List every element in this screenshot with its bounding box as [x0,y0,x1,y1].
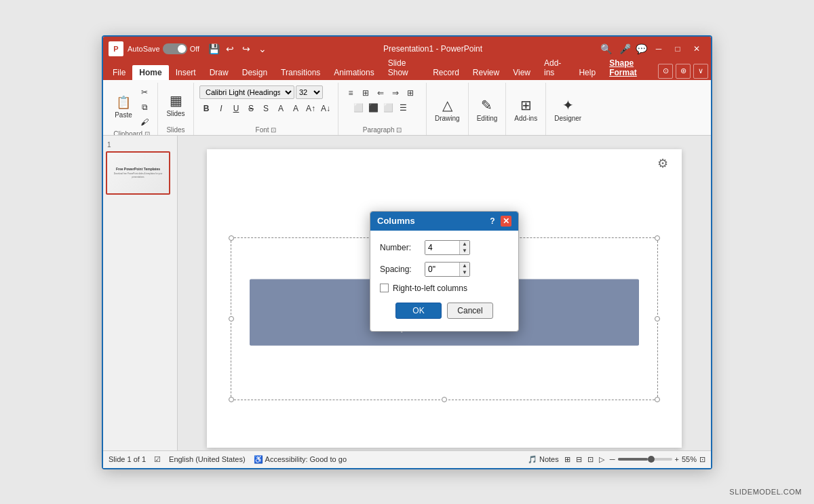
view-grid[interactable]: ⊟ [576,455,582,464]
customize-button[interactable]: ⌄ [255,41,270,56]
format-row: B I U S S A A A↑ A↓ [199,102,332,115]
tab-insert[interactable]: Insert [169,65,203,80]
accessibility-item[interactable]: ♿ Accessibility: Good to go [254,455,347,464]
numbering-button[interactable]: ⊞ [359,87,372,99]
strikethrough-button[interactable]: S [244,102,258,115]
accessibility-icon: ♿ [254,455,263,464]
redo-button[interactable]: ↪ [239,41,254,56]
tab-design[interactable]: Design [235,65,274,80]
drawing-button[interactable]: △ Drawing [432,92,463,127]
language-item[interactable]: English (United States) [169,455,246,463]
tab-transitions[interactable]: Transitions [274,65,327,80]
watermark: SLIDEMODEL.COM [729,488,802,496]
fontcolor-button[interactable]: A [289,102,303,115]
accessibility-text: Accessibility: Good to go [265,455,347,463]
slide-info-text: Slide 1 of 1 [109,455,146,463]
dialog-body: Number: ▲ ▼ Spacing: [370,231,518,331]
handle-lm[interactable] [229,316,234,322]
restore-button[interactable]: □ [669,41,686,56]
tab-help[interactable]: Help [572,65,602,80]
ribbon-icon-1[interactable]: ⊙ [658,64,673,79]
tab-shape-format[interactable]: Shape Format [602,56,658,80]
bullets-button[interactable]: ≡ [344,87,357,99]
notes-button[interactable]: 🎵 Notes [528,455,559,464]
designer-button[interactable]: ✦ Designer [551,92,584,127]
tab-record[interactable]: Record [426,65,466,80]
indent-more[interactable]: ⇒ [389,87,402,99]
font-size-select[interactable]: 32 [296,85,323,99]
tab-addins[interactable]: Add-ins [537,56,572,80]
cut-button[interactable]: ✂ [137,85,152,99]
align-justify[interactable]: ☰ [396,102,410,114]
cancel-button[interactable]: Cancel [447,303,493,319]
new-slide-button[interactable]: ▦ Slides [163,88,188,123]
dialog-title: Columns [377,216,415,226]
tab-file[interactable]: File [106,65,132,80]
undo-button[interactable]: ↩ [222,41,237,56]
tab-view[interactable]: View [506,65,537,80]
rtl-checkbox[interactable] [380,284,389,292]
comments-button[interactable]: 💬 [634,41,648,56]
underline-button[interactable]: U [229,102,243,115]
save-button[interactable]: 💾 [206,41,221,56]
paste-button[interactable]: 📋 Paste [111,90,136,125]
ribbon-toggle[interactable]: 🎤 [617,41,632,56]
handle-tl[interactable] [229,235,234,241]
minimize-button[interactable]: ─ [650,41,667,56]
number-spin-up[interactable]: ▲ [460,241,469,248]
tab-review[interactable]: Review [466,65,506,80]
main-area: 1 Free PowerPoint Templates Download fre… [103,136,711,450]
dialog-close-button[interactable]: ✕ [501,216,511,227]
align-center[interactable]: ⬛ [366,102,380,114]
handle-rm[interactable] [655,316,660,322]
tab-home[interactable]: Home [132,65,168,80]
ribbon-content: 📋 Paste ✂ ⧉ 🖌 Clipboard ⊡ ▦ Slides Slide… [103,80,711,136]
font-select[interactable]: Calibri Light (Headings) [199,85,294,99]
view-reading[interactable]: ⊡ [587,455,594,464]
tab-animations[interactable]: Animations [327,65,381,80]
align-right[interactable]: ⬜ [381,102,395,114]
group-designer: ✦ Designer [546,83,589,135]
copy-button[interactable]: ⧉ [137,100,152,114]
thumb-text: Download free PowerPoint slides & templa… [110,172,166,178]
close-button[interactable]: ✕ [688,41,705,56]
handle-br[interactable] [655,397,660,402]
dialog-help-button[interactable]: ? [487,216,498,227]
view-slideshow[interactable]: ▷ [599,455,604,464]
tab-draw[interactable]: Draw [203,65,235,80]
italic-button[interactable]: I [214,102,228,115]
spacing-spin-down[interactable]: ▼ [460,269,469,276]
clear-button[interactable]: A [274,102,288,115]
spacing-spin-up[interactable]: ▲ [460,263,469,269]
handle-bm[interactable] [442,397,447,402]
number-input[interactable] [425,241,459,254]
slide-canvas[interactable]: ⚙ nt Templates rPoint slides & 100%lates… [207,149,682,448]
spacing-input[interactable] [425,263,459,276]
shadow-button[interactable]: S [259,102,273,115]
indent-less[interactable]: ⇐ [374,87,387,99]
view-normal[interactable]: ⊞ [564,455,570,464]
handle-tr[interactable] [655,235,660,241]
zoom-slider[interactable] [618,458,672,461]
fontsize-dec[interactable]: A↓ [319,102,332,115]
autosave-toggle[interactable] [163,43,187,54]
zoom-out-button[interactable]: ─ [610,455,615,463]
zoom-in-button[interactable]: + [675,455,679,463]
format-painter-button[interactable]: 🖌 [137,115,152,129]
columns-button[interactable]: ⊞ [404,87,417,99]
slide-thumb-inner: Free PowerPoint Templates Download free … [107,153,169,193]
editing-button[interactable]: ✎ Editing [474,92,501,127]
slide-thumbnail[interactable]: Free PowerPoint Templates Download free … [106,151,170,195]
handle-bl[interactable] [229,397,234,402]
bold-button[interactable]: B [199,102,213,115]
ribbon-icon-2[interactable]: ⊛ [676,64,691,79]
tab-slideshow[interactable]: Slide Show [381,56,426,80]
align-left[interactable]: ⬜ [351,102,365,114]
search-icon[interactable]: 🔍 [598,41,613,56]
zoom-fit-button[interactable]: ⊡ [699,455,705,464]
addins-button[interactable]: ⊞ Add-ins [511,92,540,127]
ribbon-expand[interactable]: ∨ [693,64,708,79]
ok-button[interactable]: OK [395,303,442,319]
number-spin-down[interactable]: ▼ [460,248,469,254]
fontsize-inc[interactable]: A↑ [304,102,317,115]
